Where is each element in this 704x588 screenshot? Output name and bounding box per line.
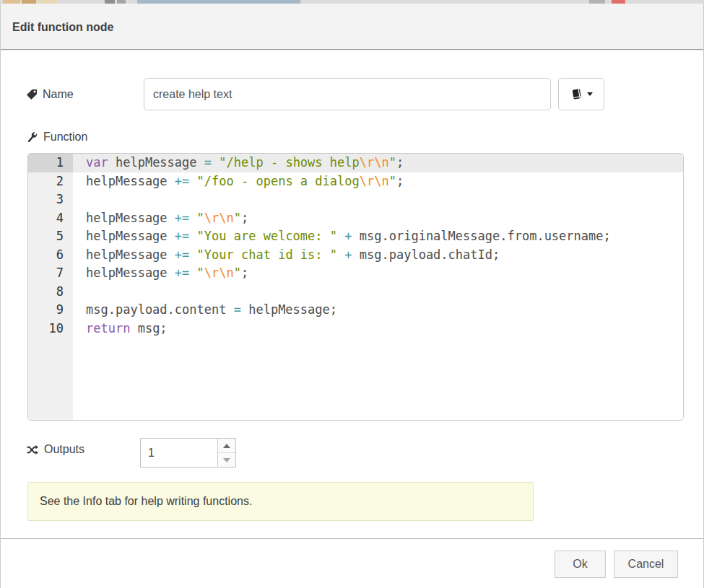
code-token: \r\n (204, 211, 234, 225)
code-token: " (234, 211, 241, 225)
code-token: += (175, 229, 189, 243)
code-token: helpMessage (86, 229, 175, 243)
outputs-spinner (140, 438, 236, 468)
shuffle-icon (26, 444, 39, 455)
code-line[interactable]: helpMessage += "\r\n"; (73, 264, 683, 283)
arrow-down-icon (223, 458, 230, 462)
code-token (189, 266, 196, 280)
arrow-up-icon (223, 444, 230, 448)
code-token: ; (396, 174, 404, 188)
name-field-label: Name (26, 88, 74, 101)
code-token: += (175, 266, 189, 280)
code-token: " (389, 174, 396, 188)
spinner-down-button[interactable] (218, 453, 235, 467)
code-token: helpMessage (86, 174, 175, 188)
code-editor[interactable]: 12345678910 var helpMessage = "/help - s… (27, 153, 684, 421)
code-line[interactable] (73, 283, 683, 302)
form-tip: See the Info tab for help writing functi… (27, 482, 534, 521)
footer-divider (1, 538, 703, 539)
code-line[interactable]: return msg; (73, 320, 683, 338)
code-token (189, 247, 196, 262)
code-token: += (175, 211, 189, 225)
line-number: 6 (28, 246, 73, 265)
name-input[interactable] (144, 78, 551, 110)
code-token: helpMessage (86, 247, 175, 262)
outputs-field-label-text: Outputs (44, 443, 84, 456)
code-token: ; (241, 266, 248, 280)
code-line[interactable] (73, 190, 683, 209)
code-line[interactable]: helpMessage += "/foo - opens a dialog\r\… (73, 172, 683, 191)
code-token: \r\n (204, 266, 234, 280)
code-token (189, 211, 196, 225)
code-token (337, 247, 344, 262)
code-line[interactable]: var helpMessage = "/help - shows help\r\… (73, 154, 683, 172)
code-token: \r\n (360, 155, 389, 170)
code-token: "You are welcome: " (197, 229, 337, 243)
form-tip-text: See the Info tab for help writing functi… (40, 495, 252, 508)
library-button[interactable] (558, 78, 604, 110)
outputs-field-label: Outputs (26, 443, 84, 456)
chevron-down-icon (587, 92, 593, 96)
code-token: ; (396, 155, 404, 170)
code-token: ; (241, 211, 248, 225)
code-token: + (344, 247, 352, 262)
code-token: helpMessage (86, 211, 175, 225)
code-token: += (175, 247, 189, 262)
code-token: msg.payload.content (86, 302, 234, 317)
code-token: msg.payload.chatId; (352, 247, 500, 262)
code-token: msg.originalMessage.from.username; (352, 229, 611, 243)
edit-function-node-dialog: Edit function node Name Function (0, 4, 704, 588)
code-token: helpMessage (108, 155, 204, 170)
spinner-buttons (217, 439, 235, 467)
code-token: = (204, 155, 212, 170)
code-token (212, 155, 219, 170)
code-token: msg; (130, 321, 167, 335)
function-field-label-text: Function (43, 131, 87, 144)
dialog-title: Edit function node (12, 21, 113, 34)
code-token: = (234, 302, 241, 317)
code-token (189, 174, 196, 188)
line-number: 2 (28, 172, 73, 191)
code-token (189, 229, 196, 243)
line-number: 7 (28, 264, 73, 283)
code-token: helpMessage (86, 266, 175, 280)
book-icon (570, 88, 583, 100)
tag-icon (26, 89, 38, 100)
code-token: "Your chat id is: " (197, 247, 337, 262)
code-token (337, 229, 344, 243)
code-line[interactable]: helpMessage += "Your chat id is: " + msg… (73, 246, 683, 265)
code-line[interactable]: helpMessage += "You are welcome: " + msg… (73, 227, 683, 246)
function-field-label: Function (26, 131, 87, 144)
code-token: " (197, 266, 204, 280)
name-field-label-text: Name (43, 88, 74, 101)
line-number: 1 (28, 154, 73, 172)
line-number: 5 (28, 227, 73, 246)
code-line[interactable]: helpMessage += "\r\n"; (73, 209, 683, 228)
code-token: += (175, 174, 189, 188)
code-token: "/help - shows help (219, 155, 359, 170)
line-number: 4 (28, 209, 73, 228)
wrench-icon (26, 131, 38, 144)
line-number: 3 (28, 190, 73, 209)
code-token: "/foo - opens a dialog (197, 174, 360, 188)
code-token: " (234, 266, 241, 280)
code-lines[interactable]: var helpMessage = "/help - shows help\r\… (73, 154, 683, 420)
line-number: 10 (28, 320, 73, 338)
code-token: " (197, 211, 204, 225)
code-line[interactable]: msg.payload.content = helpMessage; (73, 301, 683, 320)
code-token: \r\n (360, 174, 389, 188)
code-token: " (389, 155, 396, 170)
ok-button[interactable]: Ok (555, 550, 606, 578)
code-token: helpMessage; (241, 302, 337, 317)
dialog-header: Edit function node (1, 4, 703, 50)
code-token: return (86, 321, 130, 335)
line-number: 8 (28, 283, 73, 302)
line-number: 9 (28, 301, 73, 320)
code-token: + (344, 229, 352, 243)
code-editor-gutter: 12345678910 (28, 154, 73, 420)
spinner-up-button[interactable] (218, 439, 235, 453)
code-token: var (86, 155, 108, 170)
cancel-button[interactable]: Cancel (614, 550, 678, 578)
outputs-input[interactable] (141, 439, 217, 467)
